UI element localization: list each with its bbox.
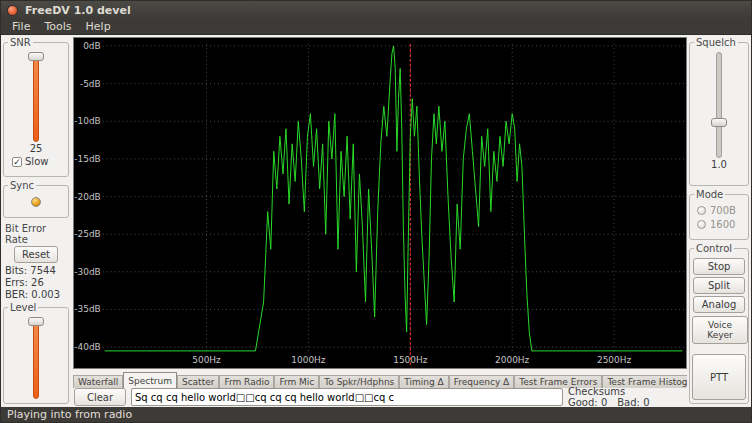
svg-text:-5dB: -5dB <box>80 79 101 89</box>
menu-file[interactable]: File <box>5 20 37 33</box>
squelch-slider-track <box>716 52 722 158</box>
level-label: Level <box>8 302 38 313</box>
sync-label: Sync <box>8 180 36 191</box>
ber-ber: BER: 0.003 <box>5 289 71 301</box>
tab-spectrum[interactable]: Spectrum <box>123 372 177 388</box>
spectrum-plot: 0dB-5dB-10dB-15dB-20dB-25dB-30dB-35dB-40… <box>73 37 687 369</box>
level-slider-thumb[interactable] <box>28 317 44 326</box>
checkbox-check-icon: ✓ <box>12 157 22 167</box>
mode-1600-label: 1600 <box>710 219 735 230</box>
svg-text:-30dB: -30dB <box>74 267 100 277</box>
tab-frm-radio[interactable]: Frm Radio <box>219 375 274 388</box>
level-slider-fill <box>33 317 39 399</box>
left-panel: SNR 25 ✓ Slow Sync Bit Error Rate Reset <box>1 35 71 407</box>
status-bar: Playing into from radio <box>1 407 751 422</box>
checksums-label: Checksums <box>568 386 684 397</box>
squelch-slider-thumb[interactable] <box>711 118 727 127</box>
radio-icon <box>697 220 706 229</box>
ber-bits: Bits: 7544 <box>5 265 71 277</box>
mode-radio-700b[interactable]: 700B <box>692 205 746 216</box>
squelch-group: Squelch 1.0 <box>689 37 749 186</box>
control-label: Control <box>694 243 734 254</box>
svg-text:2500Hz: 2500Hz <box>597 355 631 365</box>
clear-button[interactable]: Clear <box>74 388 126 406</box>
mode-700b-label: 700B <box>710 205 736 216</box>
sync-led-icon <box>31 197 41 207</box>
freedv-window: FreeDV 1.0 devel File Tools Help SNR 25 … <box>0 0 752 423</box>
svg-text:-15dB: -15dB <box>74 154 100 164</box>
svg-text:-20dB: -20dB <box>74 192 100 202</box>
snr-slider[interactable] <box>29 52 43 142</box>
svg-text:-35dB: -35dB <box>74 304 100 314</box>
ber-section: Bit Error Rate Reset Bits: 7544 Errs: 26… <box>1 220 71 301</box>
tab-scatter[interactable]: Scatter <box>177 375 219 388</box>
ptt-button[interactable]: PTT <box>692 354 746 400</box>
transmit-row: Clear Checksums Good: 0 Bad: 0 <box>71 388 687 407</box>
plot-area: 0dB-5dB-10dB-15dB-20dB-25dB-30dB-35dB-40… <box>71 35 687 371</box>
stop-button[interactable]: Stop <box>693 258 745 275</box>
menu-tools[interactable]: Tools <box>37 20 78 33</box>
snr-slider-thumb[interactable] <box>28 52 44 61</box>
ber-stats: Bits: 7544 Errs: 26 BER: 0.003 <box>1 265 71 301</box>
ber-errs: Errs: 26 <box>5 277 71 289</box>
status-text: Playing into from radio <box>7 408 132 421</box>
tx-text-input[interactable] <box>131 388 563 406</box>
snr-slow-checkbox[interactable]: ✓ Slow <box>6 156 66 167</box>
tab-frequency-delta[interactable]: Frequency Δ <box>449 375 515 388</box>
radio-icon <box>697 206 706 215</box>
center-panel: 0dB-5dB-10dB-15dB-20dB-25dB-30dB-35dB-40… <box>71 35 687 407</box>
svg-text:1000Hz: 1000Hz <box>291 355 325 365</box>
snr-slider-fill <box>33 52 39 142</box>
tab-waterfall[interactable]: Waterfall <box>73 375 123 388</box>
titlebar: FreeDV 1.0 devel <box>1 1 751 19</box>
voice-keyer-button[interactable]: Voice Keyer <box>692 316 748 344</box>
svg-text:-10dB: -10dB <box>74 116 100 126</box>
snr-value: 25 <box>6 143 66 154</box>
mode-label: Mode <box>694 189 725 200</box>
svg-text:2000Hz: 2000Hz <box>495 355 529 365</box>
tab-to-spkr-hdphns[interactable]: To Spkr/Hdphns <box>319 375 399 388</box>
analog-button[interactable]: Analog <box>693 296 745 313</box>
control-group: Control Stop Split Analog Voice Keyer PT… <box>689 243 749 404</box>
level-slider[interactable] <box>29 317 43 399</box>
squelch-label: Squelch <box>694 37 738 48</box>
main-content: SNR 25 ✓ Slow Sync Bit Error Rate Reset <box>1 35 751 407</box>
snr-group: SNR 25 ✓ Slow <box>3 37 69 177</box>
reset-button[interactable]: Reset <box>14 246 58 263</box>
level-group: Level <box>3 302 69 404</box>
split-button[interactable]: Split <box>693 277 745 294</box>
svg-text:0dB: 0dB <box>83 41 101 51</box>
svg-text:500Hz: 500Hz <box>192 355 221 365</box>
tab-frm-mic[interactable]: Frm Mic <box>274 375 319 388</box>
svg-text:-25dB: -25dB <box>74 229 100 239</box>
svg-text:-40dB: -40dB <box>74 342 100 352</box>
squelch-value: 1.0 <box>692 159 746 170</box>
checksums-section: Checksums Good: 0 Bad: 0 <box>568 386 684 408</box>
window-title: FreeDV 1.0 devel <box>25 4 131 17</box>
menubar: File Tools Help <box>1 19 751 35</box>
mode-radio-1600[interactable]: 1600 <box>692 219 746 230</box>
menu-help[interactable]: Help <box>79 20 118 33</box>
sync-group: Sync <box>3 180 69 218</box>
squelch-slider[interactable] <box>712 52 726 158</box>
ber-title: Bit Error Rate <box>1 223 71 245</box>
snr-slow-label: Slow <box>25 156 48 167</box>
mode-group: Mode 700B 1600 <box>689 189 749 240</box>
tab-timing-delta[interactable]: Timing Δ <box>399 375 448 388</box>
snr-label: SNR <box>8 37 33 48</box>
right-panel: Squelch 1.0 Mode 700B 1600 C <box>687 35 751 407</box>
close-button[interactable] <box>7 5 18 16</box>
